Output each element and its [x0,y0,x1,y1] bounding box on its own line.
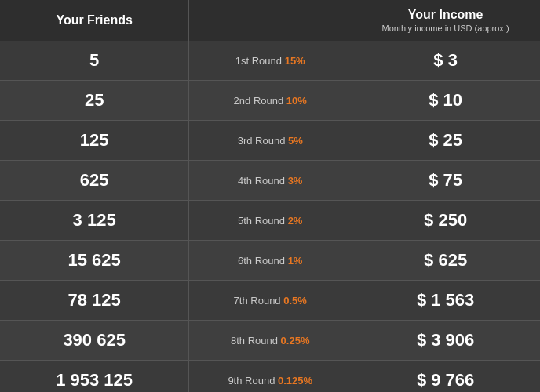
income-value: $ 250 [351,201,540,241]
round-value: 3rd Round 5% [189,121,351,161]
table-row: 1253rd Round 5%$ 25 [0,121,540,161]
table-row: 15 6256th Round 1%$ 625 [0,241,540,281]
referral-table: Your Friends Your Income Monthly income … [0,0,540,392]
income-value: $ 9 766 [351,361,540,393]
main-table-container: Your Friends Your Income Monthly income … [0,0,540,392]
round-value: 4th Round 3% [189,161,351,201]
round-percent: 10% [286,95,307,107]
round-percent: 0.25% [281,335,310,347]
friends-value: 78 125 [0,281,189,321]
friends-value: 5 [0,41,189,81]
round-percent: 2% [288,215,303,227]
round-label: 5th Round [238,215,288,227]
table-row: 1 953 1259th Round 0.125%$ 9 766 [0,361,540,393]
table-row: 51st Round 15%$ 3 [0,41,540,81]
friends-header: Your Friends [0,0,189,41]
round-percent: 1% [288,255,303,267]
friends-value: 25 [0,81,189,121]
table-row: 3 1255th Round 2%$ 250 [0,201,540,241]
round-value: 8th Round 0.25% [189,321,351,361]
friends-value: 3 125 [0,201,189,241]
round-label: 4th Round [238,175,288,187]
friends-value: 390 625 [0,321,189,361]
friends-value: 1 953 125 [0,361,189,393]
round-value: 1st Round 15% [189,41,351,81]
table-row: 390 6258th Round 0.25%$ 3 906 [0,321,540,361]
round-label: 7th Round [234,295,284,307]
round-percent: 0.5% [283,295,307,307]
friends-value: 15 625 [0,241,189,281]
income-value: $ 3 906 [351,321,540,361]
round-percent: 5% [288,135,303,147]
friends-value: 625 [0,161,189,201]
round-header [189,0,351,41]
table-row: 6254th Round 3%$ 75 [0,161,540,201]
round-value: 2nd Round 10% [189,81,351,121]
round-percent: 3% [288,175,303,187]
friends-value: 125 [0,121,189,161]
round-percent: 15% [285,55,305,67]
income-header: Your Income Monthly income in USD (appro… [351,0,540,41]
round-label: 8th Round [231,335,281,347]
income-value: $ 75 [351,161,540,201]
round-percent: 0.125% [278,375,312,387]
round-value: 7th Round 0.5% [189,281,351,321]
round-value: 9th Round 0.125% [189,361,351,393]
round-label: 1st Round [235,55,285,67]
round-label: 6th Round [238,255,288,267]
round-value: 5th Round 2% [189,201,351,241]
round-label: 3rd Round [238,135,288,147]
income-value: $ 3 [351,41,540,81]
table-row: 252nd Round 10%$ 10 [0,81,540,121]
income-value: $ 1 563 [351,281,540,321]
round-label: 9th Round [228,375,278,387]
round-value: 6th Round 1% [189,241,351,281]
table-body: 51st Round 15%$ 3252nd Round 10%$ 101253… [0,41,540,392]
income-value: $ 10 [351,81,540,121]
table-row: 78 1257th Round 0.5%$ 1 563 [0,281,540,321]
round-label: 2nd Round [234,95,286,107]
table-header-row: Your Friends Your Income Monthly income … [0,0,540,41]
income-value: $ 625 [351,241,540,281]
income-value: $ 25 [351,121,540,161]
